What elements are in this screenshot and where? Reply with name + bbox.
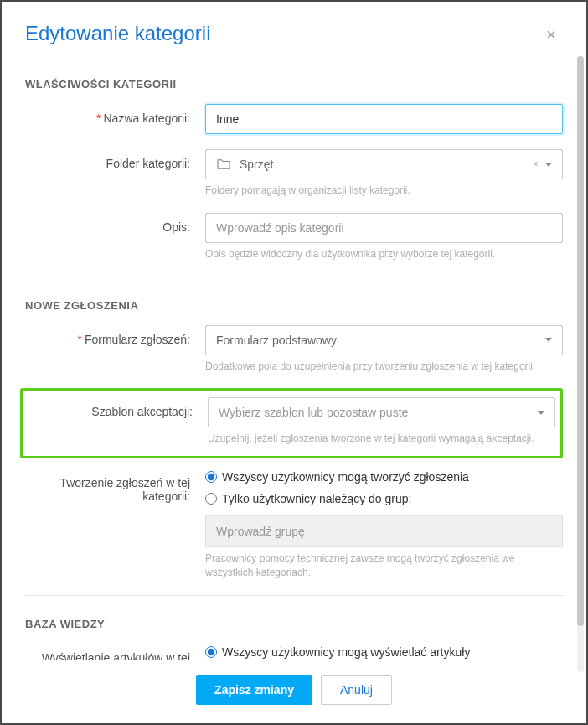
section-new-tickets: NOWE ZGŁOSZENIA [25,299,563,312]
chevron-down-icon[interactable] [545,338,552,342]
row-folder: Folder kategorii: Sprzęt × Foldery pomag… [25,149,563,210]
save-button[interactable]: Zapisz zmiany [196,675,312,705]
label-description: Opis: [25,213,205,234]
template-help: Uzupełnij, jeżeli zgłoszenia tworzone w … [208,432,555,446]
description-input[interactable] [205,213,563,243]
modal-footer: Zapisz zmiany Anuluj [2,666,586,723]
template-select[interactable]: Wybierz szablon lub pozostaw puste [208,397,555,427]
scrollbar-thumb[interactable] [577,56,584,626]
section-properties: WŁAŚCIWOŚCI KATEGORII [25,78,563,91]
row-template: Szablon akceptacji: Wybierz szablon lub … [23,397,555,448]
create-tickets-help: Pracownicy pomocy technicznej zawsze mog… [205,552,563,580]
divider [25,595,563,596]
create-group-input [205,515,563,547]
radio-groups-create[interactable]: Tylko użytkownicy należący do grup: [205,492,563,505]
create-tickets-radios: Wszyscy użytkownicy mogą tworzyć zgłosze… [205,470,563,547]
clear-icon[interactable]: × [533,158,539,170]
folder-icon [216,158,231,170]
radio-input-all-create[interactable] [205,471,217,483]
modal-body: WŁAŚCIWOŚCI KATEGORII *Nazwa kategorii: … [2,56,586,660]
radio-all-users-view[interactable]: Wszyscy użytkownicy mogą wyświetlać arty… [205,645,563,659]
name-input[interactable] [205,104,563,134]
radio-input-groups-create[interactable] [205,493,217,505]
row-create-tickets: Tworzenie zgłoszeń w tej kategorii: Wszy… [25,469,563,592]
form-help: Dodatkowe pola do uzupełnienia przy twor… [205,360,563,374]
row-description: Opis: Opis będzie widoczny dla użytkowni… [25,213,563,273]
row-form: *Formularz zgłoszeń: Formularz podstawow… [25,325,563,386]
chevron-down-icon[interactable] [545,163,552,167]
view-articles-radios: Wszyscy użytkownicy mogą wyświetlać arty… [205,645,563,660]
cancel-button[interactable]: Anuluj [321,675,392,705]
chevron-down-icon[interactable] [538,411,544,415]
modal-header: Edytowanie kategorii × [2,2,586,56]
scrollbar[interactable] [577,56,584,672]
row-name: *Nazwa kategorii: [25,104,563,134]
label-folder: Folder kategorii: [25,149,205,170]
modal-title: Edytowanie kategorii [25,22,210,45]
label-view-articles: Wyświetlanie artykułów w tej kategorii: [25,644,205,660]
template-placeholder: Wybierz szablon lub pozostaw puste [219,406,408,419]
template-highlight: Szablon akceptacji: Wybierz szablon lub … [20,388,563,458]
radio-input-all-view[interactable] [205,646,217,658]
form-select[interactable]: Formularz podstawowy [205,325,563,355]
section-knowledge-base: BAZA WIEDZY [25,618,563,630]
form-value: Formularz podstawowy [216,334,337,347]
radio-all-users-create[interactable]: Wszyscy użytkownicy mogą tworzyć zgłosze… [205,470,563,484]
description-help: Opis będzie widoczny dla użytkownika prz… [205,247,563,262]
label-template: Szablon akceptacji: [23,397,208,418]
folder-help: Foldery pomagają w organizacji listy kat… [205,184,563,198]
folder-value: Sprzęt [240,158,273,171]
row-view-articles: Wyświetlanie artykułów w tej kategorii: … [25,644,563,660]
folder-select[interactable]: Sprzęt × [205,149,563,179]
label-name: *Nazwa kategorii: [25,104,205,125]
close-icon[interactable]: × [539,22,563,48]
divider [25,277,563,277]
label-create-tickets: Tworzenie zgłoszeń w tej kategorii: [25,469,205,503]
label-form: *Formularz zgłoszeń: [25,325,205,346]
